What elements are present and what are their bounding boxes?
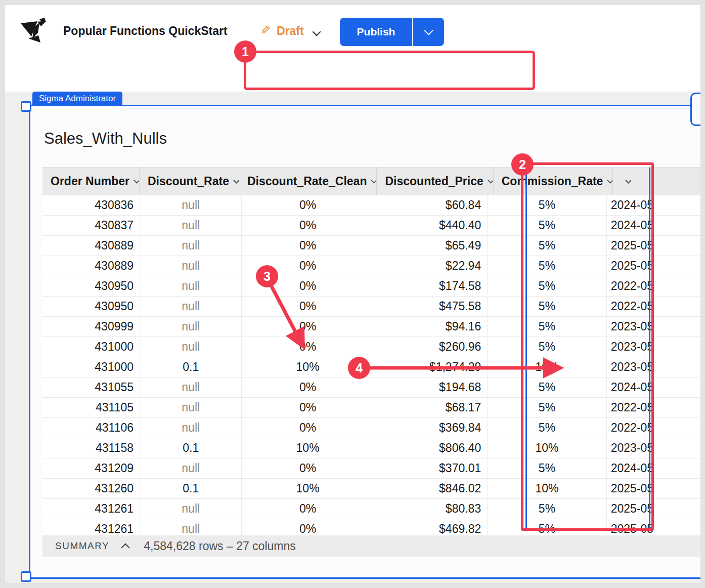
cell-order-number[interactable]: 431209	[42, 458, 140, 478]
cell-date[interactable]: 2025-05	[607, 519, 700, 535]
column-header[interactable]: Commission_Rate	[494, 167, 613, 195]
cell-date[interactable]: 2024-05	[607, 216, 700, 235]
cell-order-number[interactable]: 431105	[42, 398, 140, 417]
cell-discounted-price[interactable]: $194.68	[374, 377, 488, 397]
table-row[interactable]: 430837 null 0% $440.40 5% 2024-05	[42, 216, 700, 236]
cell-discount-rate-clean[interactable]: 10%	[242, 438, 374, 458]
cell-commission-rate[interactable]: 5%	[488, 519, 607, 535]
column-menu-chevron-icon[interactable]	[488, 177, 494, 184]
cell-date[interactable]: 2023-05	[607, 337, 700, 357]
cell-date[interactable]: 2023-05	[607, 317, 700, 337]
cell-order-number[interactable]: 431261	[42, 499, 140, 519]
cell-order-number[interactable]: 430837	[42, 216, 140, 235]
column-header[interactable]: Discount_Rate_Clean	[239, 167, 377, 195]
edit-pencil-icon[interactable]: ✎	[260, 23, 271, 37]
cell-discount-rate-clean[interactable]: 0%	[242, 418, 374, 438]
cell-discounted-price[interactable]: $370.01	[374, 458, 488, 478]
cell-discounted-price[interactable]: $174.58	[374, 276, 488, 296]
cell-discount-rate-clean[interactable]: 0%	[242, 195, 374, 215]
summary-collapse-chevron-icon[interactable]	[121, 543, 130, 552]
cell-order-number[interactable]: 431158	[42, 438, 140, 458]
cell-discounted-price[interactable]: $369.84	[374, 418, 488, 438]
cell-discounted-price[interactable]: $68.17	[374, 398, 488, 417]
table-title[interactable]: Sales_With_Nulls	[44, 130, 167, 148]
column-menu-chevron-icon[interactable]	[371, 177, 377, 184]
cell-order-number[interactable]: 431055	[42, 377, 140, 397]
cell-order-number[interactable]: 431260	[42, 479, 140, 498]
cell-discount-rate-clean[interactable]: 0%	[242, 398, 374, 417]
cell-commission-rate[interactable]: 10%	[488, 438, 607, 458]
cell-discount-rate[interactable]: 0.1	[140, 438, 242, 458]
cell-discounted-price[interactable]: $80.83	[374, 499, 488, 519]
cell-discounted-price[interactable]: $806.40	[374, 438, 488, 458]
cell-discounted-price[interactable]: $94.16	[374, 317, 488, 337]
cell-order-number[interactable]: 431106	[42, 418, 140, 438]
cell-date[interactable]: 2022-05	[607, 297, 700, 316]
cell-discount-rate[interactable]: null	[140, 499, 242, 519]
table-row[interactable]: 431209 null 0% $370.01 5% 2024-05	[42, 458, 700, 479]
cell-date[interactable]: 2022-05	[607, 398, 700, 417]
cell-discounted-price[interactable]: $1,274.29	[374, 357, 488, 377]
cell-discount-rate-clean[interactable]: 10%	[242, 479, 374, 498]
table-row[interactable]: 431000 0.1 10% $1,274.29 10% 2023-05	[42, 357, 700, 377]
publish-button[interactable]: Publish	[340, 18, 413, 46]
cell-date[interactable]: 2023-05	[607, 357, 700, 377]
table-row[interactable]: 430889 null 0% $22.94 5% 2025-05	[42, 256, 700, 276]
cell-discount-rate[interactable]: 0.1	[140, 357, 242, 377]
table-row[interactable]: 431106 null 0% $369.84 5% 2022-05	[42, 418, 700, 438]
cell-date[interactable]: 2024-05	[607, 377, 700, 397]
column-menu-chevron-icon[interactable]	[233, 177, 239, 184]
cell-commission-rate[interactable]: 5%	[488, 195, 607, 215]
cell-commission-rate[interactable]: 5%	[488, 458, 607, 478]
cell-order-number[interactable]: 430950	[42, 276, 140, 296]
cell-discount-rate[interactable]: null	[140, 317, 242, 337]
cell-order-number[interactable]: 430950	[42, 297, 140, 316]
cell-discount-rate[interactable]: null	[140, 398, 242, 417]
cell-discount-rate[interactable]: null	[140, 297, 242, 316]
cell-date[interactable]: 2024-05	[607, 195, 700, 215]
cell-commission-rate[interactable]: 5%	[488, 236, 607, 256]
cell-order-number[interactable]: 430889	[42, 236, 140, 256]
cell-discount-rate[interactable]: 0.1	[140, 479, 242, 498]
cell-discount-rate[interactable]: null	[140, 337, 242, 357]
cell-discount-rate[interactable]: null	[140, 458, 242, 478]
cell-order-number[interactable]: 430999	[42, 317, 140, 337]
publish-dropdown-button[interactable]	[413, 18, 444, 46]
column-header[interactable]: Order Number	[42, 167, 140, 195]
cell-discount-rate-clean[interactable]: 0%	[242, 216, 374, 235]
cell-order-number[interactable]: 430836	[42, 195, 140, 215]
cell-commission-rate[interactable]: 5%	[488, 418, 607, 438]
cell-discount-rate[interactable]: null	[140, 418, 242, 438]
table-row[interactable]: 431158 0.1 10% $806.40 10% 2023-05	[42, 438, 700, 458]
cell-discount-rate-clean[interactable]: 0%	[242, 236, 374, 256]
cell-commission-rate[interactable]: 5%	[488, 297, 607, 316]
cell-discount-rate-clean[interactable]: 0%	[242, 337, 374, 357]
cell-date[interactable]: 2023-05	[607, 438, 700, 458]
table-row[interactable]: 431055 null 0% $194.68 5% 2024-05	[42, 377, 700, 398]
cell-discount-rate-clean[interactable]: 0%	[242, 519, 374, 535]
cell-discount-rate-clean[interactable]: 0%	[242, 377, 374, 397]
cell-order-number[interactable]: 431000	[42, 357, 140, 377]
cell-commission-rate[interactable]: 5%	[488, 499, 607, 519]
cell-discount-rate-clean[interactable]: 0%	[242, 458, 374, 478]
cell-discount-rate[interactable]: null	[140, 236, 242, 256]
cell-order-number[interactable]: 431000	[42, 337, 140, 357]
table-row[interactable]: 430889 null 0% $65.49 5% 2025-05	[42, 236, 700, 256]
cell-date[interactable]: 2025-05	[607, 499, 700, 519]
cell-date[interactable]: 2022-05	[607, 276, 700, 296]
cell-commission-rate[interactable]: 5%	[488, 276, 607, 296]
selection-handle-bottom-left[interactable]	[21, 571, 31, 582]
cell-date[interactable]: 2025-05	[607, 256, 700, 276]
draft-chevron-down-icon[interactable]	[313, 28, 321, 36]
table-row[interactable]: 430950 null 0% $475.58 5% 2022-05	[42, 297, 700, 317]
cell-discount-rate[interactable]: null	[140, 377, 242, 397]
table-row[interactable]: 431261 null 0% $469.82 5% 2025-05	[42, 519, 700, 535]
cell-discount-rate-clean[interactable]: 0%	[242, 317, 374, 337]
cell-commission-rate[interactable]: 5%	[488, 377, 607, 397]
cell-discount-rate[interactable]: null	[140, 216, 242, 235]
column-header[interactable]: Discount_Rate	[140, 167, 239, 195]
cell-discounted-price[interactable]: $60.84	[374, 195, 488, 215]
cell-order-number[interactable]: 431261	[42, 519, 140, 535]
cell-discount-rate[interactable]: null	[140, 256, 242, 276]
cell-commission-rate[interactable]: 5%	[488, 216, 607, 235]
